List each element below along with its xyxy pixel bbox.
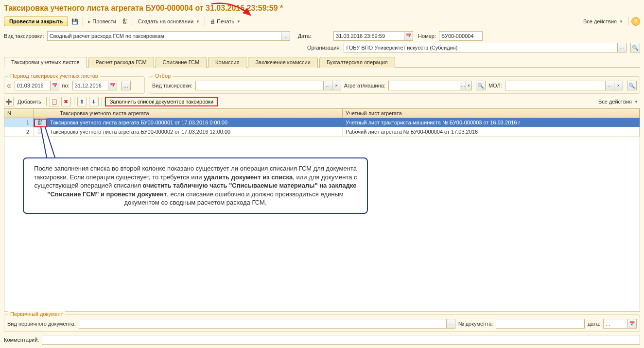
ellipsis-icon[interactable]: … — [281, 32, 290, 40]
move-up-icon[interactable]: ⬆ — [77, 97, 87, 106]
number-field[interactable]: БУ00-000004 — [439, 31, 483, 41]
doc-type-label: Вид первичного документа: — [7, 321, 76, 327]
number-label: Номер: — [418, 33, 436, 39]
table-container: N Таксировка учетного листа агрегата Уче… — [4, 108, 640, 312]
doc-number-input[interactable] — [496, 319, 584, 328]
help-icon[interactable]: ? — [631, 17, 640, 26]
table-all-actions-button[interactable]: Все действия ▼ — [596, 98, 640, 105]
all-actions-button[interactable]: Все действия ▼ — [581, 17, 625, 25]
date-value: 31.03.2016 23:59:59 — [334, 32, 404, 40]
ellipsis-icon[interactable]: … — [446, 319, 455, 328]
number-value: БУ00-000004 — [439, 32, 482, 40]
search-icon[interactable]: 🔍 — [627, 81, 637, 90]
filter-mol-field[interactable]: … × — [505, 81, 623, 90]
dk-icon[interactable]: ДтКт — [120, 17, 130, 26]
taxing-type-value: Сводный расчет расхода ГСМ по таксировка… — [48, 32, 281, 40]
separator — [133, 17, 133, 26]
post-button[interactable]: ▸ Провести — [86, 17, 118, 26]
filter-group: Отбор Вид таксировки: … × Агрегат/машина… — [149, 76, 640, 94]
print-button[interactable]: 🖨 Печать ▼ — [208, 17, 243, 25]
tab-fuel-writeoff[interactable]: Списание ГСМ — [156, 57, 207, 68]
copy-icon[interactable]: 📋 — [50, 97, 59, 106]
org-field[interactable]: ГОБУ ВПО Университет искусств (Субсидия)… — [344, 43, 627, 52]
ellipsis-icon[interactable]: … — [460, 81, 466, 90]
search-icon[interactable]: 🔍 — [630, 43, 640, 52]
tab-conclusion[interactable]: Заключение комиссии — [248, 57, 317, 68]
clear-icon[interactable]: × — [614, 81, 623, 90]
search-icon[interactable]: 🔍 — [476, 81, 486, 90]
add-icon[interactable]: ➕ — [4, 97, 14, 106]
create-based-button[interactable]: Создать на основании ▼ — [136, 17, 202, 25]
tab-taxing-sheets[interactable]: Таксировки учетных листов — [4, 57, 87, 68]
doc-number-field[interactable] — [496, 319, 585, 329]
cell-doc: Таксировка учетного листа агрегата БУ00-… — [47, 127, 343, 136]
table-toolbar: ➕ Добавить 📋 ✖ ⬆ ⬇ Заполнить список доку… — [4, 97, 640, 106]
separator — [74, 97, 74, 106]
tab-strip: Таксировки учетных листов Расчет расхода… — [4, 56, 640, 68]
filter-taxing-input[interactable] — [196, 81, 323, 90]
ellipsis-icon[interactable]: … — [617, 43, 626, 52]
table-all-actions-label: Все действия — [598, 99, 632, 104]
taxing-type-field[interactable]: Сводный расчет расхода ГСМ по таксировка… — [47, 31, 290, 41]
printer-icon: 🖨 — [210, 18, 215, 24]
col-doc[interactable]: Таксировка учетного листа агрегата — [34, 109, 343, 118]
date-label: Дата: — [298, 33, 311, 39]
post-label: Провести — [92, 18, 116, 24]
period-from-field[interactable]: 01.03.2016 📅 — [15, 81, 59, 90]
clear-icon[interactable]: × — [332, 81, 341, 90]
filter-unit-field[interactable]: … × — [388, 81, 472, 90]
separator — [205, 17, 205, 26]
period-to-field[interactable]: 31.12.2016 📅 — [72, 81, 117, 90]
calendar-icon[interactable]: 📅 — [108, 81, 117, 90]
period-to-value: 31.12.2016 — [73, 81, 108, 90]
table-row[interactable]: 1 ДтКт Таксировка учетного листа агрегат… — [4, 118, 640, 127]
tab-fuel-calc[interactable]: Расчет расхода ГСМ — [88, 57, 154, 68]
col-n[interactable]: N — [4, 109, 34, 118]
filter-taxing-field[interactable]: … × — [195, 81, 341, 90]
period-group-title: Период таксировок учетных листов — [8, 73, 100, 79]
post-and-close-button[interactable]: Провести и закрыть — [4, 17, 68, 26]
table-row[interactable]: 2 ДтКт Таксировка учетного листа агрегат… — [4, 127, 640, 137]
primary-doc-group: Первичный документ Вид первичного докуме… — [4, 314, 640, 332]
cell-sheet: Учетный лист тракториста-машиниста № БУ0… — [343, 118, 640, 127]
comment-field[interactable] — [42, 335, 640, 345]
period-select-button[interactable]: … — [121, 81, 131, 90]
org-label: Организация: — [307, 45, 341, 51]
doc-type-input[interactable] — [79, 319, 446, 328]
table-header: N Таксировка учетного листа агрегата Уче… — [4, 109, 640, 118]
period-from-label: с: — [7, 83, 12, 88]
calendar-icon[interactable]: 📅 — [50, 81, 59, 90]
delete-icon[interactable]: ✖ — [61, 97, 71, 106]
comment-label: Комментарий: — [4, 337, 39, 343]
move-down-icon[interactable]: ⬇ — [89, 97, 99, 106]
chevron-down-icon: ▼ — [619, 19, 623, 24]
doc-date-label: дата: — [588, 321, 600, 327]
taxing-type-label: Вид таксировки: — [4, 33, 44, 39]
date-field[interactable]: 31.03.2016 23:59:59 📅 — [333, 31, 413, 41]
cell-icon: ДтКт — [34, 118, 47, 127]
fill-list-button[interactable]: Заполнить список документов таксировки — [105, 97, 218, 106]
dk-icon: ДтКт — [38, 120, 42, 125]
filter-mol-input[interactable] — [505, 81, 605, 90]
tab-accounting[interactable]: Бухгалтерская операция — [319, 57, 395, 68]
chevron-down-icon: ▼ — [634, 100, 638, 104]
period-to-label: по: — [62, 83, 70, 88]
main-toolbar: Провести и закрыть 💾 ▸ Провести ДтКт Соз… — [4, 17, 640, 26]
calendar-icon[interactable]: 📅 — [627, 319, 636, 328]
cell-doc: Таксировка учетного листа агрегата БУ00-… — [47, 118, 343, 127]
ellipsis-icon[interactable]: … — [605, 81, 614, 90]
comment-input[interactable] — [42, 335, 640, 344]
save-icon[interactable]: 💾 — [70, 17, 80, 26]
separator — [83, 17, 83, 26]
doc-date-field[interactable]: . . 📅 — [603, 319, 637, 329]
clear-icon[interactable]: × — [466, 81, 471, 90]
col-sheet[interactable]: Учетный лист агрегата — [343, 109, 640, 118]
tab-commission[interactable]: Комиссия — [208, 57, 246, 68]
add-button[interactable]: Добавить — [16, 98, 43, 105]
filter-unit-input[interactable] — [389, 81, 460, 90]
doc-type-field[interactable]: … — [79, 319, 455, 329]
callout-box: После заполнения списка во второй колонк… — [23, 157, 368, 214]
calendar-icon[interactable]: 📅 — [404, 32, 413, 40]
ellipsis-icon[interactable]: … — [323, 81, 332, 90]
filter-group-title: Отбор — [153, 73, 173, 79]
